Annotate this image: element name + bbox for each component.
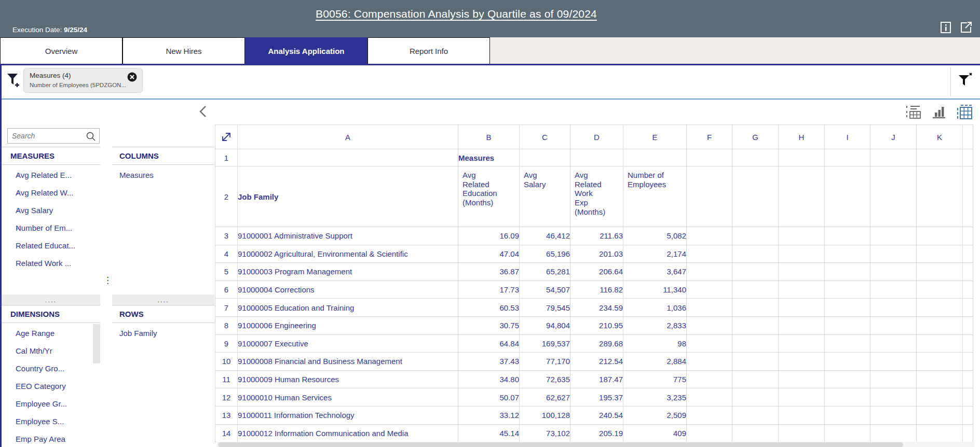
cell[interactable] bbox=[779, 149, 825, 166]
job-family-cell[interactable]: 91000010 Human Services bbox=[238, 388, 458, 407]
cell[interactable] bbox=[917, 334, 963, 353]
tab-new-hires[interactable]: New Hires bbox=[122, 37, 245, 64]
measure-item[interactable]: ✓Avg Related W... bbox=[2, 184, 100, 201]
cell[interactable] bbox=[732, 388, 779, 407]
measure-column-header[interactable]: Avg Salary bbox=[520, 166, 570, 227]
row-number[interactable]: 11 bbox=[215, 370, 238, 388]
value-cell[interactable]: 30.75 bbox=[458, 316, 520, 334]
cell[interactable] bbox=[779, 299, 825, 317]
value-cell[interactable]: 45.14 bbox=[458, 424, 520, 442]
measure-column-header[interactable]: Avg Related Education (Months) bbox=[458, 166, 520, 227]
job-family-cell[interactable]: 91000002 Agricultural, Environmental & S… bbox=[238, 245, 458, 263]
cell[interactable] bbox=[963, 388, 973, 407]
cell[interactable] bbox=[963, 334, 973, 353]
cell[interactable] bbox=[917, 353, 963, 371]
value-cell[interactable]: 205.19 bbox=[570, 424, 623, 442]
select-all-corner[interactable] bbox=[215, 125, 238, 149]
cell[interactable] bbox=[732, 263, 779, 281]
value-cell[interactable]: 116.82 bbox=[570, 281, 623, 299]
row-number[interactable]: 12 bbox=[215, 388, 238, 407]
row-number[interactable]: 10 bbox=[215, 353, 238, 371]
value-cell[interactable]: 34.80 bbox=[458, 370, 520, 388]
cell[interactable] bbox=[825, 149, 870, 166]
cell[interactable] bbox=[870, 149, 917, 166]
cell[interactable] bbox=[917, 299, 963, 317]
dimension-item[interactable]: Emp Pay Area bbox=[2, 430, 93, 447]
cell[interactable] bbox=[238, 149, 458, 166]
job-family-cell[interactable]: 91000011 Information Technology bbox=[238, 406, 458, 424]
cell[interactable] bbox=[870, 299, 917, 317]
measure-item[interactable]: ✓Avg Salary bbox=[2, 201, 100, 219]
cell[interactable] bbox=[687, 245, 732, 263]
value-cell[interactable]: 79,545 bbox=[520, 299, 570, 317]
value-cell[interactable]: 46,412 bbox=[520, 227, 570, 245]
cell[interactable] bbox=[825, 299, 870, 317]
value-cell[interactable]: 50.07 bbox=[458, 388, 520, 407]
cell[interactable] bbox=[687, 281, 732, 299]
value-cell[interactable]: 11,340 bbox=[623, 281, 687, 299]
value-cell[interactable]: 64.84 bbox=[458, 334, 520, 353]
value-cell[interactable]: 775 bbox=[623, 370, 687, 388]
cell[interactable] bbox=[825, 281, 870, 299]
cell[interactable] bbox=[779, 227, 825, 245]
value-cell[interactable]: 65,196 bbox=[520, 245, 570, 263]
cell[interactable] bbox=[963, 370, 973, 388]
cell[interactable] bbox=[870, 424, 917, 442]
row-number[interactable]: 9 bbox=[215, 334, 238, 353]
dimension-item[interactable]: Employee S... bbox=[2, 412, 93, 430]
value-cell[interactable]: 54,507 bbox=[520, 281, 570, 299]
value-cell[interactable]: 33.12 bbox=[458, 406, 520, 424]
cell[interactable] bbox=[917, 316, 963, 334]
dimension-item[interactable]: Cal Mth/Yr bbox=[2, 342, 93, 359]
tab-report-info[interactable]: Report Info bbox=[367, 37, 490, 64]
cell[interactable] bbox=[687, 370, 732, 388]
cell[interactable] bbox=[870, 263, 917, 281]
value-cell[interactable]: 37.43 bbox=[458, 353, 520, 371]
job-family-cell[interactable]: 91000004 Corrections bbox=[238, 281, 458, 299]
cell[interactable] bbox=[870, 227, 917, 245]
value-cell[interactable]: 409 bbox=[623, 424, 687, 442]
value-cell[interactable]: 94,804 bbox=[520, 316, 570, 334]
chart-view-icon[interactable] bbox=[931, 104, 947, 122]
share-icon[interactable] bbox=[959, 21, 973, 36]
cell[interactable] bbox=[732, 299, 779, 317]
row-number[interactable]: 13 bbox=[215, 406, 238, 424]
table-view-icon[interactable] bbox=[956, 104, 973, 122]
cell[interactable] bbox=[623, 149, 687, 166]
chip-close-icon[interactable] bbox=[127, 72, 137, 84]
job-family-cell[interactable]: 91000009 Human Resources bbox=[238, 370, 458, 388]
cell[interactable] bbox=[870, 353, 917, 371]
cell[interactable] bbox=[825, 316, 870, 334]
cell[interactable] bbox=[687, 334, 732, 353]
cell[interactable] bbox=[825, 353, 870, 371]
cell[interactable] bbox=[779, 334, 825, 353]
cell[interactable] bbox=[870, 281, 917, 299]
value-cell[interactable]: 206.64 bbox=[570, 263, 623, 281]
cell[interactable] bbox=[917, 149, 963, 166]
row-number[interactable]: 3 bbox=[215, 227, 238, 245]
job-family-cell[interactable]: 91000008 Financial and Business Manageme… bbox=[238, 353, 458, 371]
cell[interactable] bbox=[963, 424, 973, 442]
cell[interactable] bbox=[917, 263, 963, 281]
column-header-J[interactable]: J bbox=[870, 125, 917, 149]
cell[interactable] bbox=[779, 166, 825, 227]
value-cell[interactable]: 234.59 bbox=[570, 299, 623, 317]
cell[interactable] bbox=[870, 406, 917, 424]
cell[interactable] bbox=[963, 166, 973, 227]
cell[interactable] bbox=[687, 316, 732, 334]
cell[interactable] bbox=[779, 406, 825, 424]
cell[interactable] bbox=[870, 370, 917, 388]
cell[interactable] bbox=[687, 353, 732, 371]
tab-overview[interactable]: Overview bbox=[0, 37, 122, 64]
collapse-panel-icon[interactable] bbox=[197, 104, 210, 121]
cell[interactable] bbox=[825, 370, 870, 388]
value-cell[interactable]: 77,170 bbox=[520, 353, 570, 371]
row-number[interactable]: 4 bbox=[215, 245, 238, 263]
cell[interactable] bbox=[732, 245, 779, 263]
cell[interactable] bbox=[732, 353, 779, 371]
cell[interactable] bbox=[779, 370, 825, 388]
dimension-item[interactable]: Country Gro... bbox=[2, 359, 93, 377]
cell[interactable] bbox=[732, 149, 779, 166]
cell[interactable] bbox=[687, 263, 732, 281]
row-dimension-header[interactable]: Job Family bbox=[238, 166, 458, 227]
